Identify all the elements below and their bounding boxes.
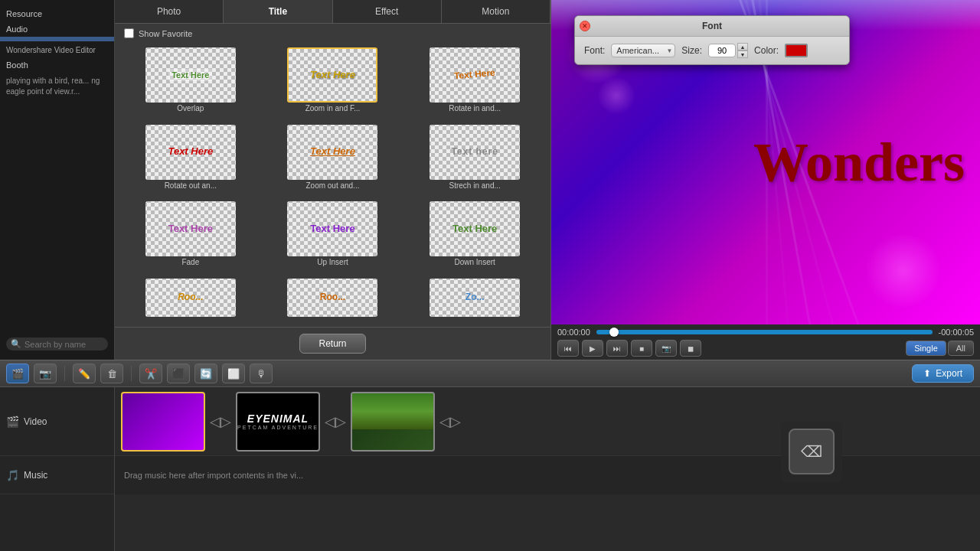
toolbar-media-button[interactable]: 🎬 — [6, 364, 29, 383]
tab-effect[interactable]: Effect — [333, 0, 442, 23]
size-up-button[interactable]: ▲ — [737, 43, 748, 51]
effect-row4-3[interactable]: Zo... — [405, 277, 544, 324]
font-label: Font: — [584, 45, 605, 56]
single-button[interactable]: Single — [906, 341, 946, 356]
show-favorite-checkbox[interactable] — [124, 28, 134, 38]
effect-strech-in[interactable]: Text here Strech in and... — [405, 123, 544, 197]
color-swatch[interactable] — [785, 44, 808, 57]
color-label: Color: — [754, 45, 779, 56]
logo-content: EYENIMAL PETCAM ADVENTURE — [237, 412, 318, 430]
effect-thumb-rotate-out: Text Here — [145, 125, 236, 180]
effect-thumb-down-insert: Text Here — [430, 201, 520, 256]
preview-area: Wonders ✕ Font Font: American... Size: — [551, 0, 980, 324]
effect-thumb-zoom-out: Text Here — [287, 125, 377, 180]
bokeh-3 — [865, 233, 942, 309]
toolbar-cut-button[interactable]: ✂️ — [139, 364, 162, 383]
preview-text: Wonders — [753, 131, 965, 194]
toolbar-camera-button[interactable]: 📷 — [34, 364, 57, 383]
timeline-thumb[interactable] — [609, 328, 619, 337]
sidebar-item-audio[interactable]: Audio — [0, 21, 114, 37]
toolbar-edit-button[interactable]: ✏️ — [73, 364, 96, 383]
screenshot-button[interactable]: 📷 — [655, 340, 677, 357]
app-logo: Wondershare Video Editor — [0, 43, 114, 57]
effect-fade[interactable]: Text Here Fade — [121, 200, 260, 274]
effects-grid: Text Here Overlap Text Here Zoom in and … — [115, 43, 550, 327]
effect-down-insert[interactable]: Text Here Down Insert — [405, 200, 544, 274]
play-button[interactable]: ▶ — [582, 340, 603, 357]
toolbar-sep-2 — [131, 366, 132, 381]
effect-zoom-in[interactable]: Text Here Zoom in and F... — [263, 46, 403, 120]
toolbar-trim-button[interactable]: ⬛ — [167, 364, 190, 383]
font-controls: Font: American... Size: ▲ ▼ — [575, 37, 849, 64]
sidebar-item-resources[interactable]: Resource — [0, 6, 114, 21]
music-placeholder: Drag music here after import contents in… — [124, 471, 303, 480]
active-tab-indicator — [0, 37, 114, 41]
clip-nature[interactable] — [351, 392, 435, 452]
effect-row4-2[interactable]: Roo... — [263, 277, 403, 324]
backspace-icon: ⌫ — [801, 442, 822, 461]
toolbar-audio-button[interactable]: 🎙 — [250, 364, 273, 383]
transition-3[interactable]: ◁▷ — [438, 392, 462, 452]
font-select-wrapper[interactable]: American... — [611, 44, 675, 57]
tab-title[interactable]: Title — [224, 0, 332, 23]
forward-button[interactable]: ⏭ — [606, 340, 628, 357]
toolbar-crop-button[interactable]: ⬜ — [222, 364, 245, 383]
search-bar[interactable]: 🔍 — [6, 337, 108, 350]
export-icon: ⬆ — [923, 368, 931, 379]
effect-zoom-out[interactable]: Text Here Zoom out and... — [263, 123, 403, 197]
toolbar-rotate-button[interactable]: 🔄 — [194, 364, 217, 383]
export-button[interactable]: ⬆ Export — [912, 364, 974, 383]
transition-1[interactable]: ◁▷ — [208, 392, 233, 452]
transition-2[interactable]: ◁▷ — [323, 392, 348, 452]
font-dialog: ✕ Font Font: American... Size: ▲ — [574, 15, 850, 65]
return-bar: Return — [115, 327, 550, 360]
clip-logo[interactable]: EYENIMAL PETCAM ADVENTURE — [236, 392, 320, 452]
size-control: ▲ ▼ — [708, 43, 748, 58]
return-button[interactable]: Return — [299, 334, 365, 354]
effect-up-insert[interactable]: Text Here Up Insert — [263, 200, 403, 274]
left-sidebar: Resource Audio Wondershare Video Editor … — [0, 0, 115, 360]
effect-thumb-overlap: Text Here — [145, 47, 236, 103]
playback-bar: 00:00:00 -00:00:05 ⏮ ▶ ⏭ ■ 📷 ◼ Single Al… — [551, 324, 980, 360]
media-description: playing with a bird, rea... ng eagle poi… — [0, 73, 114, 100]
timeline-track[interactable] — [596, 330, 933, 334]
music-track-label: 🎵 Music — [0, 456, 114, 494]
effect-rotate-in[interactable]: Text Here Rotate in and... — [405, 46, 544, 120]
tab-motion[interactable]: Motion — [442, 0, 550, 23]
effect-rotate-out[interactable]: Text Here Rotate out an... — [121, 123, 260, 197]
video-track-label: 🎬 Video — [0, 387, 114, 456]
preview-panel: Wonders ✕ Font Font: American... Size: — [551, 0, 980, 360]
track-labels: 🎬 Video 🎵 Music — [0, 387, 115, 551]
effect-overlap[interactable]: Text Here Overlap — [121, 46, 260, 120]
rewind-button[interactable]: ⏮ — [557, 340, 579, 357]
record-button[interactable]: ◼ — [680, 340, 701, 357]
clip-purple[interactable] — [121, 392, 205, 452]
tab-photo[interactable]: Photo — [115, 0, 224, 23]
font-dialog-close[interactable]: ✕ — [580, 21, 590, 31]
video-track: ◁▷ EYENIMAL PETCAM ADVENTURE ◁▷ ◁▷ — [115, 387, 980, 456]
size-label: Size: — [681, 45, 702, 56]
effect-row4-1[interactable]: Roo... — [121, 277, 260, 324]
size-down-button[interactable]: ▼ — [737, 51, 748, 58]
toolbar-delete-button[interactable]: 🗑 — [100, 364, 123, 383]
font-dialog-title-bar: ✕ Font — [575, 16, 849, 37]
stop-button[interactable]: ■ — [631, 340, 652, 357]
effect-thumb-up-insert: Text Here — [287, 201, 377, 256]
font-select[interactable]: American... — [611, 44, 675, 57]
toolbar-sep-1 — [64, 366, 65, 381]
effect-thumb-row4-1: Roo... — [145, 279, 236, 317]
effects-panel: Photo Title Effect Motion Show Favorite … — [115, 0, 551, 360]
timeline-row: 00:00:00 -00:00:05 — [557, 328, 974, 337]
video-icon: 🎬 — [6, 416, 19, 428]
search-input[interactable] — [24, 340, 103, 349]
sidebar-item-booth[interactable]: Booth — [0, 57, 114, 73]
single-all-control: Single All — [906, 341, 974, 356]
show-favorite-label: Show Favorite — [139, 29, 192, 38]
search-icon: 🔍 — [11, 339, 21, 349]
track-content: ◁▷ EYENIMAL PETCAM ADVENTURE ◁▷ ◁▷ — [115, 387, 980, 551]
size-input[interactable] — [708, 44, 736, 57]
effect-thumb-row4-3: Zo... — [430, 279, 520, 317]
tab-bar: Photo Title Effect Motion — [115, 0, 550, 24]
delete-large-button[interactable]: ⌫ — [789, 429, 835, 474]
all-button[interactable]: All — [948, 341, 974, 356]
